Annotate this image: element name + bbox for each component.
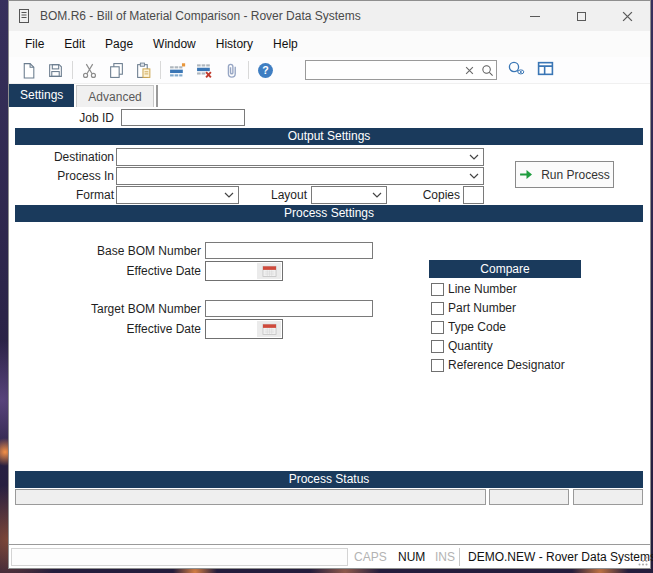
- process-status-field-2: [489, 489, 569, 505]
- layout-label: Layout: [239, 188, 307, 202]
- search-input[interactable]: [306, 61, 460, 79]
- save-icon: [47, 62, 64, 79]
- layout-panes-icon: [536, 60, 555, 77]
- maximize-icon: [577, 12, 586, 21]
- status-bar: CAPS NUM INS DEMO.NEW - Rover Data Syste…: [9, 544, 650, 568]
- base-bom-field: [205, 242, 373, 259]
- layout-panes-button[interactable]: [536, 60, 555, 80]
- copies-field: [463, 186, 484, 204]
- process-settings-header: Process Settings: [15, 205, 643, 222]
- base-bom-input[interactable]: [206, 243, 372, 258]
- tab-settings[interactable]: Settings: [9, 84, 74, 107]
- toolbar: ?: [9, 57, 650, 84]
- process-in-dropdown[interactable]: [116, 167, 484, 185]
- run-process-button[interactable]: Run Process: [515, 161, 614, 188]
- run-process-label: Run Process: [541, 168, 610, 182]
- checkbox-label: Line Number: [448, 282, 517, 296]
- menu-history[interactable]: History: [206, 31, 263, 57]
- attach-button[interactable]: [218, 58, 245, 82]
- compare-option-line-number[interactable]: Line Number: [431, 282, 517, 296]
- app-window: BOM.R6 - Bill of Material Comparison - R…: [8, 0, 651, 569]
- help-button[interactable]: ?: [252, 58, 279, 82]
- app-icon: [16, 8, 32, 24]
- process-status-field-3: [573, 489, 643, 505]
- job-id-input[interactable]: [122, 110, 244, 125]
- target-bom-input[interactable]: [206, 301, 372, 316]
- clear-search-button[interactable]: [460, 62, 478, 78]
- form-content: Job ID Output Settings Destination Proce…: [9, 107, 650, 544]
- save-button[interactable]: [42, 58, 69, 82]
- compare-option-quantity[interactable]: Quantity: [431, 339, 493, 353]
- compare-option-reference-designator[interactable]: Reference Designator: [431, 358, 565, 372]
- process-in-label: Process In: [9, 169, 114, 183]
- run-arrow-icon: [519, 169, 534, 180]
- delete-row-button[interactable]: [191, 58, 218, 82]
- record-lookup-button[interactable]: [507, 60, 526, 80]
- cut-button[interactable]: [76, 58, 103, 82]
- base-effective-date-field[interactable]: [205, 261, 283, 281]
- output-settings-header: Output Settings: [15, 128, 643, 145]
- target-date-picker-button[interactable]: [257, 321, 281, 337]
- layout-dropdown[interactable]: [311, 186, 387, 204]
- menu-page[interactable]: Page: [95, 31, 143, 57]
- minimize-button[interactable]: [512, 1, 558, 31]
- paste-button[interactable]: [130, 58, 157, 82]
- checkbox-reference-designator[interactable]: [431, 359, 444, 372]
- base-date-picker-button[interactable]: [257, 263, 281, 279]
- menu-window[interactable]: Window: [143, 31, 206, 57]
- toolbar-separator: [160, 61, 161, 79]
- new-document-button[interactable]: [15, 58, 42, 82]
- calendar-icon: [262, 264, 277, 278]
- checkbox-part-number[interactable]: [431, 302, 444, 315]
- add-row-button[interactable]: [164, 58, 191, 82]
- status-message-pane: [11, 548, 348, 566]
- search-button[interactable]: [478, 62, 496, 78]
- chevron-down-icon: [224, 192, 234, 198]
- process-status-header: Process Status: [15, 471, 643, 488]
- compare-option-part-number[interactable]: Part Number: [431, 301, 516, 315]
- compare-header: Compare: [429, 260, 581, 278]
- copies-input[interactable]: [464, 187, 483, 203]
- calendar-icon: [262, 322, 277, 336]
- maximize-button[interactable]: [558, 1, 604, 31]
- target-bom-label: Target BOM Number: [9, 302, 201, 316]
- chevron-down-icon: [469, 173, 479, 179]
- resize-grip[interactable]: [638, 556, 648, 566]
- base-effective-date-label: Effective Date: [9, 264, 201, 278]
- copy-button[interactable]: [103, 58, 130, 82]
- ins-indicator: INS: [435, 549, 455, 566]
- toolbar-separator: [248, 61, 249, 79]
- checkbox-type-code[interactable]: [431, 321, 444, 334]
- tab-advanced[interactable]: Advanced: [76, 85, 153, 107]
- minimize-icon: [530, 16, 540, 17]
- target-bom-field: [205, 300, 373, 317]
- format-dropdown[interactable]: [116, 186, 239, 204]
- format-label: Format: [9, 188, 114, 202]
- toolbar-separator: [72, 61, 73, 79]
- checkbox-label: Type Code: [448, 320, 506, 334]
- session-indicator: DEMO.NEW - Rover Data Systems: [468, 549, 653, 566]
- new-document-icon: [20, 62, 37, 79]
- base-bom-label: Base BOM Number: [9, 244, 201, 258]
- menu-help[interactable]: Help: [263, 31, 308, 57]
- target-effective-date-label: Effective Date: [9, 322, 201, 336]
- title-bar[interactable]: BOM.R6 - Bill of Material Comparison - R…: [9, 1, 650, 31]
- destination-label: Destination: [9, 150, 114, 164]
- window-title: BOM.R6 - Bill of Material Comparison - R…: [40, 9, 361, 23]
- menu-edit[interactable]: Edit: [54, 31, 95, 57]
- svg-text:?: ?: [262, 64, 268, 76]
- caps-indicator: CAPS: [354, 549, 387, 566]
- target-effective-date-field[interactable]: [205, 319, 283, 339]
- status-bar-separator: [459, 548, 460, 566]
- search-box: [305, 60, 497, 80]
- destination-dropdown[interactable]: [116, 148, 484, 166]
- menu-file[interactable]: File: [15, 31, 54, 57]
- checkbox-line-number[interactable]: [431, 283, 444, 296]
- search-icon: [481, 64, 494, 77]
- tab-divider: [156, 85, 158, 107]
- chevron-down-icon: [469, 154, 479, 160]
- checkbox-label: Part Number: [448, 301, 516, 315]
- compare-option-type-code[interactable]: Type Code: [431, 320, 506, 334]
- close-button[interactable]: [604, 1, 650, 31]
- checkbox-quantity[interactable]: [431, 340, 444, 353]
